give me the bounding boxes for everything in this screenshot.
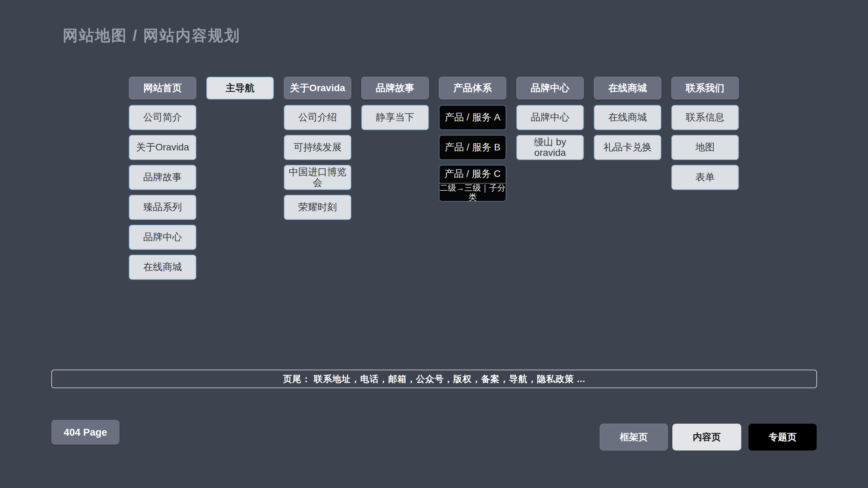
sitemap-node[interactable]: 臻品系列 (129, 195, 196, 220)
sitemap-node[interactable]: 礼品卡兑换 (594, 135, 661, 160)
sitemap-node[interactable]: 荣耀时刻 (284, 195, 351, 220)
sitemap-node[interactable]: 公司简介 (129, 105, 196, 130)
sitemap-node-sublabel: 二级→三级｜子分类 (440, 183, 506, 202)
sitemap-node[interactable]: 在线商城 (129, 255, 196, 280)
sitemap-node[interactable]: 在线商城 (594, 105, 661, 130)
column-header-node[interactable]: 产品体系 (439, 77, 506, 99)
column-header-node[interactable]: 品牌故事 (361, 77, 429, 99)
sitemap-column-5: 产品体系产品 / 服务 A产品 / 服务 B产品 / 服务 C二级→三级｜子分类 (439, 77, 506, 285)
sitemap-node[interactable]: 缦山 by oravida (516, 135, 584, 160)
sitemap-column-1: 网站首页公司简介关于Oravida品牌故事臻品系列品牌中心在线商城 (129, 77, 196, 285)
sitemap-column-7: 在线商城在线商城礼品卡兑换 (594, 77, 661, 285)
sitemap-column-8: 联系我们联系信息地图表单 (671, 77, 739, 285)
sitemap-node[interactable]: 产品 / 服务 B (439, 135, 506, 160)
sitemap-node[interactable]: 公司介绍 (284, 105, 351, 130)
sitemap-node[interactable]: 品牌故事 (129, 165, 196, 190)
footer-node[interactable]: 页尾： 联系地址，电话，邮箱，公众号，版权，备案，导航，隐私政策 ... (51, 370, 817, 388)
legend-content-page-button[interactable]: 内容页 (672, 424, 741, 450)
column-header-node[interactable]: 联系我们 (671, 77, 739, 99)
sitemap-node[interactable]: 产品 / 服务 A (439, 105, 506, 130)
page-title: 网站地图 / 网站内容规划 (63, 25, 240, 46)
sitemap-node[interactable]: 品牌中心 (129, 225, 196, 250)
sitemap-node[interactable]: 静享当下 (361, 105, 429, 130)
column-header-node[interactable]: 网站首页 (129, 77, 196, 99)
sitemap-column-6: 品牌中心品牌中心缦山 by oravida (516, 77, 584, 285)
sitemap-column-2: 主导航 (206, 77, 274, 285)
column-header-node[interactable]: 关于Oravida (284, 77, 351, 99)
page-404-node[interactable]: 404 Page (51, 420, 120, 445)
sitemap-column-4: 品牌故事静享当下 (361, 77, 429, 285)
sitemap-node[interactable]: 中国进口博览会 (284, 165, 351, 190)
sitemap-node[interactable]: 地图 (671, 135, 739, 160)
sitemap-node[interactable]: 关于Oravida (129, 135, 196, 160)
column-header-node[interactable]: 在线商城 (594, 77, 661, 99)
sitemap-grid: 网站首页公司简介关于Oravida品牌故事臻品系列品牌中心在线商城主导航关于Or… (129, 77, 739, 285)
sitemap-node-label: 产品 / 服务 C (440, 165, 506, 183)
sitemap-node[interactable]: 表单 (671, 165, 739, 190)
sitemap-node[interactable]: 可持续发展 (284, 135, 351, 160)
column-header-node[interactable]: 品牌中心 (516, 77, 584, 99)
sitemap-node[interactable]: 联系信息 (671, 105, 739, 130)
sitemap-node[interactable]: 产品 / 服务 C二级→三级｜子分类 (439, 165, 506, 202)
legend-frame-page-button[interactable]: 框架页 (600, 424, 668, 450)
legend-special-page-button[interactable]: 专题页 (748, 424, 817, 450)
column-header-node[interactable]: 主导航 (206, 77, 274, 99)
sitemap-node[interactable]: 品牌中心 (516, 105, 584, 130)
sitemap-column-3: 关于Oravida公司介绍可持续发展中国进口博览会荣耀时刻 (284, 77, 351, 285)
